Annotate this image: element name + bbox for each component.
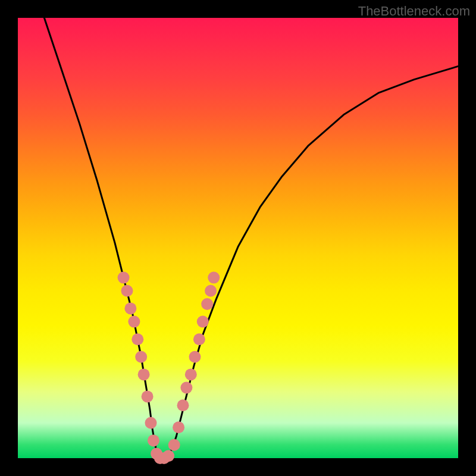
watermark-text: TheBottleneck.com	[358, 4, 470, 19]
highlight-markers	[118, 272, 220, 464]
marker-point	[197, 316, 209, 328]
marker-point	[177, 399, 189, 411]
marker-point	[193, 333, 205, 345]
marker-point	[185, 368, 197, 380]
marker-point	[128, 316, 140, 328]
marker-point	[142, 390, 154, 402]
chart-overlay	[18, 18, 458, 458]
marker-point	[138, 368, 150, 380]
marker-point	[162, 450, 174, 462]
marker-point	[145, 417, 157, 429]
marker-point	[201, 298, 213, 310]
marker-point	[205, 285, 217, 297]
marker-point	[131, 333, 143, 345]
marker-point	[189, 351, 201, 363]
bottleneck-curve	[44, 18, 458, 458]
marker-point	[135, 351, 147, 363]
marker-point	[173, 421, 184, 433]
marker-point	[208, 272, 220, 284]
marker-point	[180, 382, 192, 394]
marker-point	[124, 302, 136, 314]
marker-point	[148, 434, 159, 446]
marker-point	[121, 285, 133, 297]
marker-point	[118, 272, 130, 284]
marker-point	[168, 439, 180, 451]
